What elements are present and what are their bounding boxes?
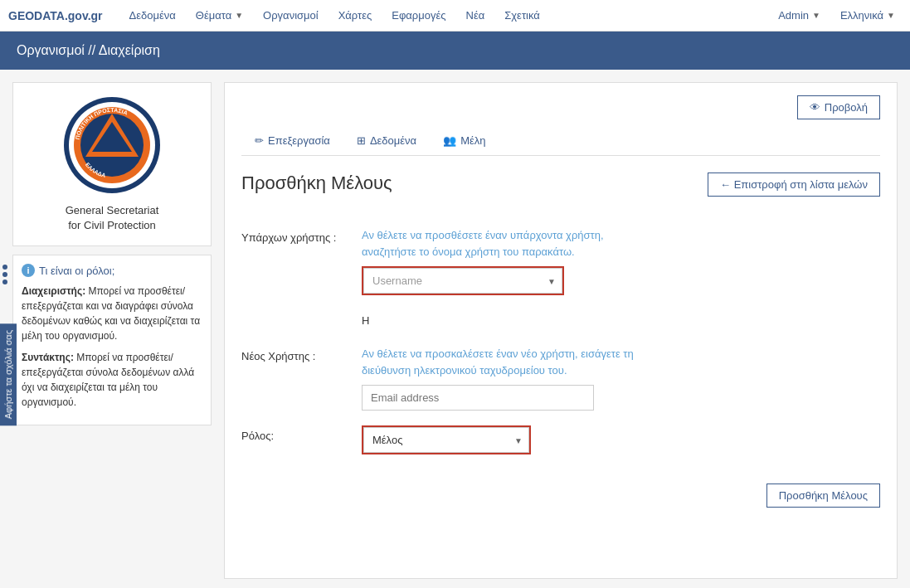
tab-data[interactable]: ⊞ Δεδομένα	[343, 128, 430, 155]
roles-header: i Τι είναι οι ρόλοι;	[22, 264, 202, 277]
members-icon: 👥	[443, 134, 456, 147]
username-select[interactable]: Username	[363, 268, 562, 294]
username-input-wrapper: Username	[362, 266, 564, 295]
view-button[interactable]: 👁 Προβολή	[797, 95, 880, 119]
role-select-wrapper: Μέλος Συντάκτης Διαχειριστής	[362, 425, 531, 454]
nav-items: Δεδομένα Θέματα ▼ Οργανισμοί Χάρτες Εφαρ…	[119, 2, 772, 28]
language-menu[interactable]: Ελληνικά ▼	[834, 6, 902, 25]
tabs-bar: ✏ Επεξεργασία ⊞ Δεδομένα 👥 Μέλη	[241, 128, 880, 156]
editor-role-title: Συντάκτης:	[22, 352, 74, 363]
new-user-label: Νέος Χρήστης :	[241, 346, 349, 362]
email-input[interactable]	[362, 385, 594, 411]
username-select-wrapper: Username	[363, 268, 562, 294]
tab-edit[interactable]: ✏ Επεξεργασία	[241, 128, 343, 155]
admin-role-title: Διαχειριστής:	[22, 285, 85, 297]
content-top: 👁 Προβολή	[241, 95, 880, 119]
role-dropdown-wrapper: Μέλος Συντάκτης Διαχειριστής	[363, 427, 529, 453]
back-to-list-button[interactable]: ← Επιστροφή στη λίστα μελών	[708, 173, 880, 197]
nav-item-data[interactable]: Δεδομένα	[119, 2, 186, 28]
admin-menu[interactable]: Admin ▼	[771, 6, 827, 25]
new-user-row: Νέος Χρήστης : Αν θέλετε να προσκαλέσετε…	[241, 346, 880, 411]
lang-dropdown-arrow: ▼	[887, 11, 895, 20]
nav-item-themes[interactable]: Θέματα ▼	[186, 2, 253, 28]
page-header: Οργανισμοί // Διαχείριση	[0, 32, 910, 70]
role-row: Ρόλος: Μέλος Συντάκτης Διαχειριστής	[241, 425, 880, 454]
navbar: GEODATA.gov.gr Δεδομένα Θέματα ▼ Οργανισ…	[0, 0, 910, 32]
title-row: Προσθήκη Μέλους ← Επιστροφή στη λίστα με…	[241, 173, 880, 211]
themes-dropdown-arrow: ▼	[235, 11, 243, 20]
sidebar: ΠΟΛΙΤΙΚΗ ΠΡΟΣΤΑΣΙΑ ΕΛΛΑΔΑ General Secret…	[12, 82, 212, 579]
data-icon: ⊞	[357, 134, 366, 147]
nav-item-orgs[interactable]: Οργανισμοί	[253, 2, 328, 28]
form-actions: Προσθήκη Μέλους	[241, 471, 880, 508]
info-icon: i	[22, 264, 35, 277]
existing-user-description: Αν θέλετε να προσθέσετε έναν υπάρχοντα χ…	[362, 227, 652, 260]
page-header-title: Οργανισμοί // Διαχείριση	[17, 43, 160, 57]
nav-item-news[interactable]: Νέα	[456, 2, 495, 28]
nav-item-maps[interactable]: Χάρτες	[328, 2, 382, 28]
nav-right: Admin ▼ Ελληνικά ▼	[771, 6, 902, 25]
or-divider: Η	[362, 314, 369, 327]
add-member-form: Υπάρχων χρήστης : Αν θέλετε να προσθέσετ…	[241, 227, 880, 454]
nav-item-apps[interactable]: Εφαρμογές	[382, 2, 455, 28]
feedback-tab[interactable]: Αφήστε τα σχόλιά σας	[0, 323, 17, 425]
role-control: Μέλος Συντάκτης Διαχειριστής	[362, 425, 880, 454]
org-card: ΠΟΛΙΤΙΚΗ ΠΡΟΣΤΑΣΙΑ ΕΛΛΑΔΑ General Secret…	[12, 82, 212, 246]
roles-info: i Τι είναι οι ρόλοι; Διαχειριστής: Μπορε…	[12, 255, 212, 425]
role-label: Ρόλος:	[241, 425, 349, 442]
new-user-description: Αν θέλετε να προσκαλέσετε έναν νέο χρήστ…	[362, 346, 652, 378]
brand[interactable]: GEODATA.gov.gr	[8, 9, 103, 22]
role-select[interactable]: Μέλος Συντάκτης Διαχειριστής	[363, 427, 529, 453]
new-user-control: Αν θέλετε να προσκαλέσετε έναν νέο χρήστ…	[362, 346, 880, 411]
org-name: General Secretariat for Civil Protection	[26, 203, 198, 233]
admin-dropdown-arrow: ▼	[812, 11, 820, 20]
content-area: 👁 Προβολή ✏ Επεξεργασία ⊞ Δεδομένα 👥 Μέλ…	[224, 82, 898, 579]
main-container: ΠΟΛΙΤΙΚΗ ΠΡΟΣΤΑΣΙΑ ΕΛΛΑΔΑ General Secret…	[0, 70, 910, 588]
page-title: Προσθήκη Μέλους	[241, 173, 392, 194]
side-dots	[2, 265, 7, 284]
existing-user-control: Αν θέλετε να προσθέσετε έναν υπάρχοντα χ…	[362, 227, 880, 295]
existing-user-row: Υπάρχων χρήστης : Αν θέλετε να προσθέσετ…	[241, 227, 880, 295]
nav-item-about[interactable]: Σχετικά	[494, 2, 550, 28]
edit-icon: ✏	[255, 134, 264, 147]
org-logo: ΠΟΛΙΤΙΚΗ ΠΡΟΣΤΑΣΙΑ ΕΛΛΑΔΑ	[62, 95, 162, 195]
existing-user-label: Υπάρχων χρήστης :	[241, 227, 349, 244]
eye-icon: 👁	[810, 101, 820, 114]
roles-content: Διαχειριστής: Μπορεί να προσθέτει/επεξερ…	[22, 284, 202, 410]
add-member-button[interactable]: Προσθήκη Μέλους	[766, 484, 880, 508]
tab-members[interactable]: 👥 Μέλη	[430, 128, 499, 155]
or-row: Η	[241, 310, 880, 331]
